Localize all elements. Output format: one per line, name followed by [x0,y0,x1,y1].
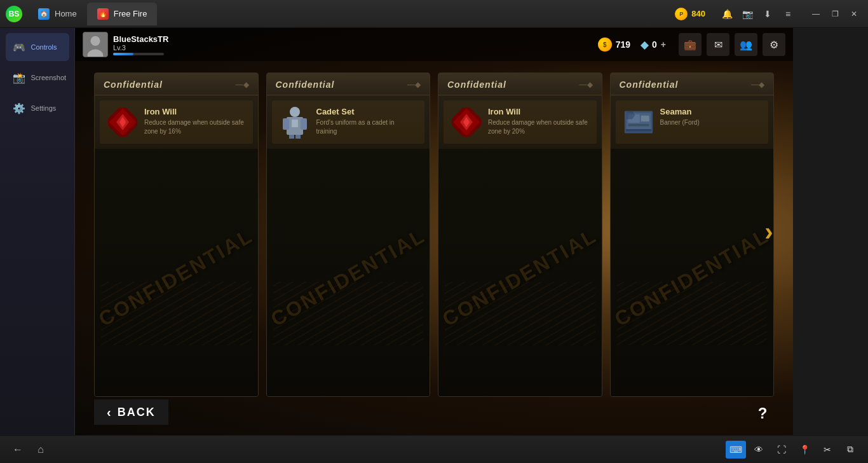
player-xp-bar [113,53,164,55]
card-2-icon-wrapper [280,107,310,137]
side-controls-btn[interactable]: 🎮 Controls [6,33,69,61]
card-2-stamp [273,282,424,345]
gold-value: 719 [616,39,630,50]
taskbar: ← ⌂ ⌨ 👁 ⛶ 📍 ✂ ⧉ [0,435,868,463]
minimize-button[interactable]: — [807,5,825,23]
card-3-title: Confidential [447,79,506,90]
taskbar-eye-icon-box[interactable]: 👁 [749,441,769,459]
card-1-arrow: —◆ [236,80,249,89]
help-icon: ? [758,404,768,422]
titlebar: BS 🏠 Home 🔥 Free Fire P 840 🔔 📷 ⬇ ≡ — ❐ … [0,0,868,28]
back-button[interactable]: ‹ BACK [94,399,168,425]
svg-rect-21 [641,116,649,121]
player-xp-fill [113,53,133,55]
iron-will-icon-1 [108,107,137,137]
card-1-watermark: CONFIDENTIAL [95,223,257,331]
download-icon[interactable]: ⬇ [759,5,776,23]
card-1-item-name: Iron Will [144,107,245,116]
cards-container: Confidential —◆ Iron Will Red [94,73,774,397]
card-2-arrow: —◆ [407,80,421,89]
taskbar-back-icon: ← [13,444,23,455]
card-2[interactable]: Confidential —◆ [266,73,431,397]
game-area: BlueStacksTR Lv.3 $ 719 ◆ 0 + [75,28,793,435]
capture-icon[interactable]: 📷 [738,5,756,23]
card-3-watermark: CONFIDENTIAL [438,223,601,331]
card-1-icon-wrapper [107,107,138,137]
taskbar-resize-icon-box[interactable]: ⛶ [771,441,792,459]
card-2-item-desc: Ford's uniform as a cadet in training [316,118,417,136]
taskbar-multi-icon-box[interactable]: ⧉ [840,441,860,459]
maximize-button[interactable]: ❐ [826,5,844,23]
card-1-bottom: CONFIDENTIAL [95,149,258,396]
card-3-info: Iron Will Reduce damage when outside saf… [488,107,589,136]
card-4-stamp [617,282,768,345]
diamond-plus[interactable]: + [661,39,666,50]
svg-point-7 [290,107,300,117]
points-coin-icon: P [675,8,688,20]
eye-icon: 👁 [754,445,763,455]
next-arrow-icon: › [764,218,773,246]
titlebar-action-icons: 🔔 📷 ⬇ ≡ [718,5,797,23]
freefire-tab-label: Free Fire [114,9,147,18]
window-controls: — ❐ ✕ [807,5,863,23]
card-4-icon-wrapper [623,107,654,137]
avatar-svg [83,32,107,57]
player-avatar [83,32,108,57]
taskbar-back-btn[interactable]: ← [8,439,28,460]
iron-will-icon-2 [452,107,481,137]
svg-rect-10 [301,118,307,130]
back-label: BACK [118,406,156,419]
card-3-item-desc: Reduce damage when outside safe zone by … [488,118,589,136]
svg-rect-11 [289,135,294,139]
taskbar-home-icon: ⌂ [37,444,44,455]
card-3-icon-wrapper [451,107,482,137]
taskbar-right-icons: ⌨ 👁 ⛶ 📍 ✂ ⧉ [726,441,860,459]
next-arrow-button[interactable]: › [755,212,783,251]
taskbar-scissors-icon-box[interactable]: ✂ [817,441,837,459]
player-info: BlueStacksTR Lv.3 [83,32,168,57]
side-screenshot-btn[interactable]: 📸 Screenshot [6,64,69,92]
screenshot-icon: 📸 [12,71,26,85]
card-3[interactable]: Confidential —◆ Iron Will Red [438,73,602,397]
friends-btn[interactable]: 👥 [735,33,757,56]
card-1-header: Confidential —◆ [95,73,258,95]
player-level: Lv.3 [113,44,168,52]
home-tab[interactable]: 🏠 Home [28,3,87,25]
side-settings-btn[interactable]: ⚙️ Settings [6,94,69,122]
card-3-arrow: —◆ [580,80,593,89]
points-value: 840 [691,9,705,18]
card-1-title: Confidential [104,79,163,90]
home-tab-label: Home [55,9,77,18]
mail-btn[interactable]: ✉ [707,33,729,56]
taskbar-keyboard-icon-box[interactable]: ⌨ [726,441,746,459]
close-button[interactable]: ✕ [845,5,863,23]
menu-icon[interactable]: ≡ [779,5,797,23]
taskbar-home-btn[interactable]: ⌂ [31,439,51,460]
diamond-currency: ◆ 0 + [641,39,666,51]
side-panel: 🎮 Controls 📸 Screenshot ⚙️ Settings [0,28,75,435]
svg-rect-12 [295,135,301,139]
freefire-tab[interactable]: 🔥 Free Fire [87,3,158,25]
card-3-bottom: CONFIDENTIAL [438,149,602,396]
card-4[interactable]: Confidential —◆ [610,73,775,397]
points-display: P 840 [675,8,705,20]
svg-rect-13 [292,120,298,127]
notifications-icon[interactable]: 🔔 [718,5,736,23]
card-1[interactable]: Confidential —◆ Iron Will Red [94,73,259,397]
screenshot-label: Screenshot [31,74,67,81]
gear-btn[interactable]: ⚙ [763,33,785,56]
card-2-bottom: CONFIDENTIAL [267,149,430,396]
card-3-preview: Iron Will Reduce damage when outside saf… [444,100,597,144]
taskbar-location-icon-box[interactable]: 📍 [794,441,815,459]
keyboard-icon: ⌨ [729,445,742,455]
card-2-preview: Cadet Set Ford's uniform as a cadet in t… [272,100,425,144]
card-3-header: Confidential —◆ [438,73,602,95]
help-button[interactable]: ? [751,402,774,425]
svg-point-1 [90,36,100,46]
wallet-btn[interactable]: 💼 [679,33,702,56]
gold-currency: $ 719 [598,38,630,52]
player-name: BlueStacksTR [113,34,168,44]
bluestacks-logo: BS [5,5,23,23]
home-tab-icon: 🏠 [38,8,50,20]
controls-icon: 🎮 [12,40,26,54]
